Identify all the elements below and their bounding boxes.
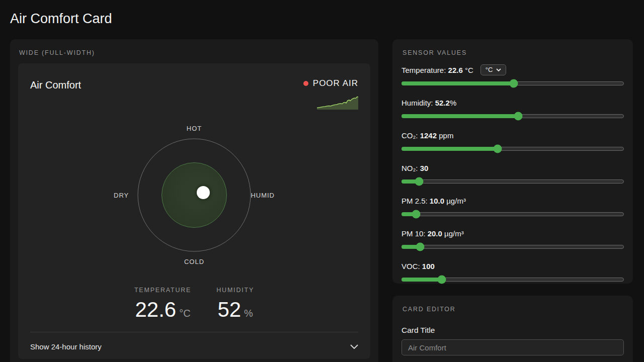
sensor-label-line: VOC: 100: [401, 260, 624, 272]
preview-panel: WIDE (FULL-WIDTH) Air Comfort POOR AIR H…: [10, 39, 378, 362]
gauge-label-cold: COLD: [184, 258, 204, 265]
sensor-label: PM 10: 20.0 µg/m³: [401, 229, 464, 238]
humidity-slider[interactable]: [401, 114, 624, 118]
co2-row: CO₂: 1242 ppm: [401, 130, 624, 151]
co2-slider[interactable]: [401, 147, 624, 151]
history-toggle-label: Show 24-hour history: [30, 342, 102, 351]
sensor-label: Temperature: 22.6 °C: [401, 66, 473, 74]
temperature-readout-value: 22.6°C: [134, 298, 191, 322]
card-title: Air Comfort: [30, 75, 81, 91]
humidity-readout: HUMIDITY 52%: [216, 287, 254, 322]
gauge-label-humid: HUMID: [251, 192, 275, 199]
slider-thumb[interactable]: [509, 79, 518, 88]
slider-thumb[interactable]: [514, 112, 523, 121]
temperature-unit-select[interactable]: °C: [480, 64, 507, 75]
temperature-readout: TEMPERATURE 22.6°C: [134, 287, 191, 322]
temperature-slider[interactable]: [401, 81, 624, 85]
sensor-label: PM 2.5: 10.0 µg/m³: [401, 197, 466, 205]
comfort-gauge: HOT COLD DRY HUMID: [114, 125, 275, 265]
sensor-label-line: PM 10: 20.0 µg/m³: [401, 228, 624, 239]
slider-fill: [401, 147, 497, 151]
sensor-label-line: Temperature: 22.6 °C °C: [401, 64, 624, 75]
sparkline-wrap: [30, 95, 358, 110]
humidity-value: 52: [217, 298, 241, 321]
temperature-value: 22.6: [135, 298, 176, 321]
pm10-slider[interactable]: [401, 245, 624, 249]
page-title: Air Comfort Card: [10, 11, 112, 27]
sensor-label-line: NO₂: 30: [401, 162, 624, 173]
pm25-slider[interactable]: [401, 212, 624, 216]
slider-thumb[interactable]: [412, 210, 420, 219]
humidity-unit: %: [244, 308, 253, 319]
humidity-readout-value: 52%: [216, 298, 254, 322]
card-editor-panel: CARD EDITOR Card Title: [392, 296, 633, 362]
card-title-field-label: Card Title: [401, 326, 624, 335]
no2-row: NO₂: 30: [401, 162, 624, 184]
sensor-label: CO₂: 1242 ppm: [401, 131, 453, 140]
editor-section-label: CARD EDITOR: [401, 305, 624, 321]
gauge-comfort-zone: [162, 162, 227, 228]
slider-thumb[interactable]: [415, 177, 423, 186]
humidity-row: Humidity: 52.2%: [401, 97, 624, 118]
sensor-label-line: CO₂: 1242 ppm: [401, 130, 624, 141]
preview-section-label: WIDE (FULL-WIDTH): [18, 47, 370, 63]
gauge-label-hot: HOT: [187, 125, 202, 132]
slider-fill: [401, 278, 441, 282]
slider-thumb[interactable]: [494, 145, 502, 153]
air-comfort-card: Air Comfort POOR AIR HOT COLD DRY HUMID …: [18, 63, 370, 359]
temperature-unit: °C: [179, 308, 190, 319]
chevron-down-icon: [350, 344, 358, 349]
gauge-label-dry: DRY: [114, 192, 129, 199]
status-label: POOR AIR: [313, 78, 358, 88]
no2-slider[interactable]: [401, 179, 624, 184]
temperature-row: Temperature: 22.6 °C °C: [401, 64, 624, 85]
history-toggle[interactable]: Show 24-hour history: [30, 332, 358, 351]
unit-select-value: °C: [486, 66, 493, 73]
temperature-readout-label: TEMPERATURE: [134, 287, 191, 294]
voc-row: VOC: 100: [401, 260, 624, 282]
sensor-label-line: Humidity: 52.2%: [401, 97, 624, 108]
slider-fill: [401, 81, 513, 85]
trend-sparkline-chart: [317, 95, 358, 110]
sensor-values-panel: SENSOR VALUES Temperature: 22.6 °C °C Hu…: [392, 39, 633, 284]
card-header: Air Comfort POOR AIR: [30, 75, 358, 91]
pm25-row: PM 2.5: 10.0 µg/m³: [401, 195, 624, 216]
sensor-label-line: PM 2.5: 10.0 µg/m³: [401, 195, 624, 206]
chevron-down-icon: [496, 68, 501, 71]
slider-thumb[interactable]: [416, 243, 424, 251]
slider-thumb[interactable]: [437, 276, 446, 284]
gauge-position-dot: [197, 186, 210, 199]
voc-slider[interactable]: [401, 278, 624, 282]
air-quality-status: POOR AIR: [303, 75, 358, 88]
sensor-label: NO₂: 30: [401, 164, 428, 172]
readouts: TEMPERATURE 22.6°C HUMIDITY 52%: [30, 287, 358, 322]
pm10-row: PM 10: 20.0 µg/m³: [401, 228, 624, 249]
sensor-label: Humidity: 52.2%: [401, 99, 456, 107]
sensor-section-label: SENSOR VALUES: [401, 48, 624, 64]
slider-fill: [401, 114, 518, 118]
card-title-input[interactable]: [401, 339, 624, 355]
sensor-label: VOC: 100: [401, 262, 435, 270]
sensor-rows: Temperature: 22.6 °C °C Humidity: 52.2% …: [401, 64, 624, 282]
humidity-readout-label: HUMIDITY: [216, 287, 254, 294]
status-dot-icon: [303, 81, 308, 86]
